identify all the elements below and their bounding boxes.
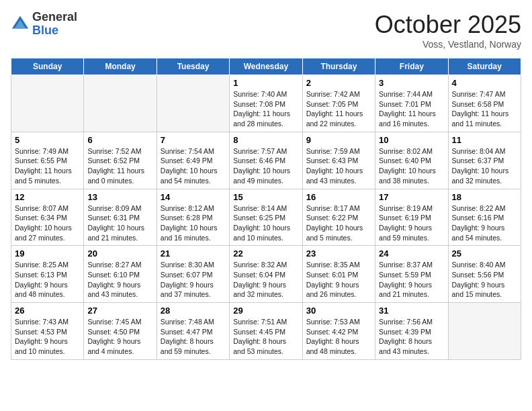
day-number: 17 [379,192,444,202]
day-number: 9 [306,135,371,145]
day-details: Sunrise: 8:14 AM Sunset: 6:25 PM Dayligh… [233,203,298,243]
calendar-cell: 6Sunrise: 7:52 AM Sunset: 6:52 PM Daylig… [84,132,157,189]
logo-general-text: General [32,10,77,24]
day-details: Sunrise: 7:56 AM Sunset: 4:39 PM Dayligh… [379,317,444,357]
day-number: 23 [306,248,371,259]
day-details: Sunrise: 8:27 AM Sunset: 6:10 PM Dayligh… [87,260,152,300]
day-number: 8 [233,135,298,145]
day-number: 14 [161,192,226,202]
calendar-cell: 20Sunrise: 8:27 AM Sunset: 6:10 PM Dayli… [84,246,157,303]
day-header-monday: Monday [84,58,157,75]
day-details: Sunrise: 8:35 AM Sunset: 6:01 PM Dayligh… [306,260,371,300]
day-number: 3 [379,78,444,88]
calendar-cell: 19Sunrise: 8:25 AM Sunset: 6:13 PM Dayli… [11,246,84,303]
day-number: 16 [306,192,371,202]
day-details: Sunrise: 7:44 AM Sunset: 7:01 PM Dayligh… [379,89,444,129]
day-number: 12 [15,192,80,202]
day-details: Sunrise: 7:42 AM Sunset: 7:05 PM Dayligh… [306,89,371,129]
day-details: Sunrise: 8:04 AM Sunset: 6:37 PM Dayligh… [452,146,517,186]
calendar-cell: 12Sunrise: 8:07 AM Sunset: 6:34 PM Dayli… [11,189,84,246]
day-details: Sunrise: 8:17 AM Sunset: 6:22 PM Dayligh… [306,203,371,243]
day-number: 20 [87,248,152,259]
day-details: Sunrise: 8:12 AM Sunset: 6:28 PM Dayligh… [161,203,226,243]
day-number: 30 [306,306,371,316]
calendar-cell: 24Sunrise: 8:37 AM Sunset: 5:59 PM Dayli… [375,246,448,303]
calendar-cell: 3Sunrise: 7:44 AM Sunset: 7:01 PM Daylig… [375,75,448,132]
day-number: 24 [379,248,444,259]
location-subtitle: Voss, Vestland, Norway [375,39,521,50]
day-number: 28 [161,306,226,316]
week-row-1: 1Sunrise: 7:40 AM Sunset: 7:08 PM Daylig… [11,75,521,132]
day-details: Sunrise: 7:57 AM Sunset: 6:46 PM Dayligh… [233,146,298,186]
calendar-table: SundayMondayTuesdayWednesdayThursdayFrid… [11,58,521,360]
calendar-cell: 21Sunrise: 8:30 AM Sunset: 6:07 PM Dayli… [157,246,229,303]
day-number: 18 [452,192,517,202]
day-number: 31 [379,306,444,316]
calendar-cell: 28Sunrise: 7:48 AM Sunset: 4:47 PM Dayli… [157,303,229,360]
day-details: Sunrise: 7:54 AM Sunset: 6:49 PM Dayligh… [161,146,226,186]
day-number: 4 [452,78,517,88]
day-details: Sunrise: 8:40 AM Sunset: 5:56 PM Dayligh… [452,260,517,300]
calendar-cell [11,75,84,132]
calendar-cell: 27Sunrise: 7:45 AM Sunset: 4:50 PM Dayli… [84,303,157,360]
day-header-sunday: Sunday [11,58,84,75]
calendar-cell: 8Sunrise: 7:57 AM Sunset: 6:46 PM Daylig… [230,132,302,189]
day-number: 25 [452,248,517,259]
calendar-cell: 22Sunrise: 8:32 AM Sunset: 6:04 PM Dayli… [230,246,302,303]
day-details: Sunrise: 8:32 AM Sunset: 6:04 PM Dayligh… [233,260,298,300]
day-header-saturday: Saturday [448,58,521,75]
page-header: General Blue October 2025 Voss, Vestland… [11,11,521,50]
month-title: October 2025 [375,11,521,39]
day-number: 26 [15,306,80,316]
calendar-cell: 11Sunrise: 8:04 AM Sunset: 6:37 PM Dayli… [448,132,521,189]
day-number: 1 [233,78,298,88]
calendar-cell: 2Sunrise: 7:42 AM Sunset: 7:05 PM Daylig… [302,75,375,132]
day-header-tuesday: Tuesday [157,58,229,75]
day-details: Sunrise: 7:40 AM Sunset: 7:08 PM Dayligh… [233,89,298,129]
calendar-cell [448,303,521,360]
day-details: Sunrise: 7:45 AM Sunset: 4:50 PM Dayligh… [87,317,152,357]
logo-icon [11,15,30,34]
day-details: Sunrise: 8:30 AM Sunset: 6:07 PM Dayligh… [161,260,226,300]
week-row-4: 19Sunrise: 8:25 AM Sunset: 6:13 PM Dayli… [11,246,521,303]
calendar-cell: 13Sunrise: 8:09 AM Sunset: 6:31 PM Dayli… [84,189,157,246]
calendar-cell: 29Sunrise: 7:51 AM Sunset: 4:45 PM Dayli… [230,303,302,360]
day-number: 11 [452,135,517,145]
title-block: October 2025 Voss, Vestland, Norway [375,11,521,50]
calendar-cell: 26Sunrise: 7:43 AM Sunset: 4:53 PM Dayli… [11,303,84,360]
day-details: Sunrise: 8:25 AM Sunset: 6:13 PM Dayligh… [15,260,80,300]
day-details: Sunrise: 7:51 AM Sunset: 4:45 PM Dayligh… [233,317,298,357]
week-row-5: 26Sunrise: 7:43 AM Sunset: 4:53 PM Dayli… [11,303,521,360]
day-details: Sunrise: 7:48 AM Sunset: 4:47 PM Dayligh… [161,317,226,357]
calendar-cell [157,75,229,132]
day-details: Sunrise: 8:09 AM Sunset: 6:31 PM Dayligh… [87,203,152,243]
calendar-cell: 18Sunrise: 8:22 AM Sunset: 6:16 PM Dayli… [448,189,521,246]
day-details: Sunrise: 7:49 AM Sunset: 6:55 PM Dayligh… [15,146,80,186]
week-row-2: 5Sunrise: 7:49 AM Sunset: 6:55 PM Daylig… [11,132,521,189]
day-number: 29 [233,306,298,316]
day-header-wednesday: Wednesday [230,58,302,75]
logo-blue-text: Blue [32,24,58,37]
day-details: Sunrise: 7:47 AM Sunset: 6:58 PM Dayligh… [452,89,517,129]
day-header-thursday: Thursday [302,58,375,75]
day-number: 19 [15,248,80,259]
day-number: 15 [233,192,298,202]
day-details: Sunrise: 8:22 AM Sunset: 6:16 PM Dayligh… [452,203,517,243]
day-number: 5 [15,135,80,145]
calendar-cell: 7Sunrise: 7:54 AM Sunset: 6:49 PM Daylig… [157,132,229,189]
day-details: Sunrise: 8:19 AM Sunset: 6:19 PM Dayligh… [379,203,444,243]
day-number: 7 [161,135,226,145]
day-details: Sunrise: 7:59 AM Sunset: 6:43 PM Dayligh… [306,146,371,186]
calendar-cell: 17Sunrise: 8:19 AM Sunset: 6:19 PM Dayli… [375,189,448,246]
day-number: 6 [87,135,152,145]
logo: General Blue [11,11,77,38]
header-row: SundayMondayTuesdayWednesdayThursdayFrid… [11,58,521,75]
day-details: Sunrise: 7:52 AM Sunset: 6:52 PM Dayligh… [87,146,152,186]
day-number: 10 [379,135,444,145]
day-number: 21 [161,248,226,259]
calendar-cell: 23Sunrise: 8:35 AM Sunset: 6:01 PM Dayli… [302,246,375,303]
week-row-3: 12Sunrise: 8:07 AM Sunset: 6:34 PM Dayli… [11,189,521,246]
day-details: Sunrise: 8:37 AM Sunset: 5:59 PM Dayligh… [379,260,444,300]
calendar-cell [84,75,157,132]
day-details: Sunrise: 8:02 AM Sunset: 6:40 PM Dayligh… [379,146,444,186]
